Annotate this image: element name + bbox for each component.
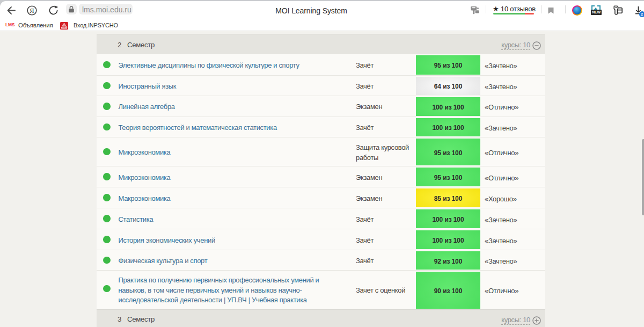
svg-text:Я: Я	[30, 7, 34, 14]
